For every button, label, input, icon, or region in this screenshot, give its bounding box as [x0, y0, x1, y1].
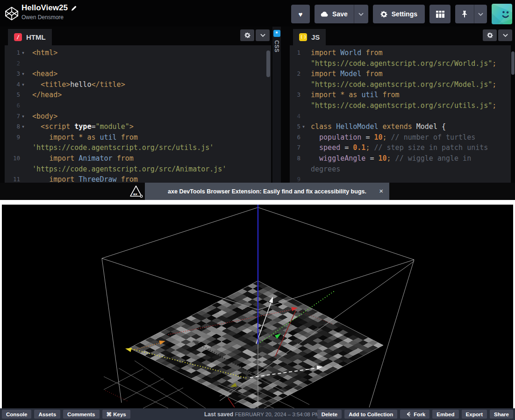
fold-caret-icon[interactable]: ▾ [20, 69, 26, 79]
footer-button-delete[interactable]: Delete [317, 410, 342, 419]
html-collapse-button[interactable] [256, 29, 270, 41]
pin-button[interactable] [455, 5, 474, 23]
edit-title-icon[interactable] [71, 5, 77, 11]
fold-caret-slot [20, 142, 26, 153]
code-line: 1import World from [290, 48, 511, 58]
code-line: 10 import Animator from [5, 153, 271, 164]
layout-button[interactable] [429, 5, 451, 23]
avatar[interactable] [492, 4, 512, 24]
code-line: "https://code.agentscript.org/src/World.… [290, 58, 511, 69]
love-button[interactable]: ♥ [291, 5, 310, 23]
js-icon: ( ) [299, 33, 307, 41]
cloud-icon [321, 11, 329, 17]
code-line: 4 [290, 111, 511, 122]
footer-button-keys[interactable]: ⌘ Keys [102, 410, 130, 419]
gear-icon [380, 11, 387, 18]
fold-caret-icon[interactable]: ▾ [20, 48, 26, 58]
fold-caret-slot [300, 58, 307, 69]
js-code-editor[interactable]: 1import World from"https://code.agentscr… [290, 45, 511, 183]
codepen-logo-icon[interactable] [5, 6, 19, 21]
settings-button[interactable]: Settings [373, 5, 425, 23]
code-line: 6 population = 10; // number of turtles [290, 132, 511, 143]
footer-button-add-to-collection[interactable]: Add to Collection [344, 410, 397, 419]
axe-notification-text: axe DevTools Browser Extension: Easily f… [168, 188, 366, 195]
js-collapse-button[interactable] [498, 29, 512, 41]
chevron-down-icon [503, 34, 508, 37]
fold-caret-icon[interactable]: ▾ [300, 121, 307, 132]
fold-caret-slot [20, 100, 26, 111]
fork-icon [404, 412, 411, 417]
fold-caret-icon[interactable]: ▾ [20, 121, 26, 132]
footer-button-assets[interactable]: Assets [34, 410, 60, 419]
css-tab-label: CSS [273, 40, 280, 52]
tab-html[interactable]: / HTML [8, 29, 52, 45]
footer-button-console[interactable]: Console [2, 410, 31, 419]
fold-caret-slot [20, 164, 26, 175]
header: HelloView25 Owen Densmore ♥ Save [0, 0, 515, 27]
preview-gap [0, 200, 515, 205]
code-line: 8 wiggleAngle = 10; // wiggle angle in [290, 153, 511, 164]
fold-caret-slot [300, 90, 307, 100]
settings-label: Settings [392, 10, 417, 18]
footer-button-label: Comments [67, 412, 95, 417]
3d-scene [2, 205, 513, 408]
footer-button-fork[interactable]: Fork [400, 410, 429, 419]
axe-notification-row: ax axe DevTools Browser Extension: Easil… [0, 183, 515, 200]
tab-css-collapsed[interactable]: * CSS [272, 27, 281, 183]
fold-caret-slot [300, 153, 307, 164]
code-line: 11 import ThreeDraw from [5, 174, 271, 183]
gear-icon [244, 32, 250, 38]
fold-caret-slot [300, 111, 307, 122]
html-panel: / HTML 1▾<html>23▾<head>4▾ <title>hello<… [0, 27, 271, 183]
footer-button-label: Export [466, 412, 483, 417]
tab-js[interactable]: ( ) JS [293, 29, 326, 45]
html-icon: / [14, 33, 22, 41]
code-line: 'https://code.agentscript.org/src/Animat… [5, 164, 271, 175]
code-line: 3▾<head> [5, 69, 271, 79]
fold-caret-icon[interactable]: ▾ [20, 79, 26, 90]
editor-strip: / HTML 1▾<html>23▾<head>4▾ <title>hello<… [0, 27, 515, 183]
last-saved-label: Last saved [204, 411, 233, 418]
fold-caret-slot [300, 164, 307, 175]
footer-button-share[interactable]: Share [490, 410, 513, 419]
fold-caret-slot [300, 69, 307, 79]
html-editor-scrollbar[interactable] [266, 50, 270, 77]
save-dropdown-button[interactable] [354, 5, 368, 23]
code-line: 2 [5, 58, 271, 69]
save-button[interactable]: Save [315, 5, 354, 23]
code-line: 1▾<html> [5, 48, 271, 58]
html-code-editor[interactable]: 1▾<html>23▾<head>4▾ <title>hello</title>… [5, 45, 271, 183]
js-settings-button[interactable] [483, 29, 497, 41]
axe-logo-icon: ax [129, 185, 143, 199]
chevron-down-icon [478, 13, 483, 16]
pin-button-group [455, 5, 487, 23]
js-tab-label: JS [311, 33, 320, 41]
fold-caret-slot [20, 174, 26, 183]
heart-icon: ♥ [299, 10, 303, 18]
code-line: degrees [290, 164, 511, 175]
fold-caret-icon[interactable]: ▾ [20, 111, 26, 122]
pen-title: HelloView25 [21, 3, 68, 13]
js-panel: ( ) JS 1import World from"https://code.a… [285, 27, 515, 183]
css-icon: * [273, 30, 280, 37]
code-line: 9 import * as util from [5, 132, 271, 143]
save-label: Save [332, 10, 348, 18]
preview-area [0, 205, 515, 408]
3d-world-canvas[interactable] [2, 205, 513, 408]
save-button-group: Save [315, 5, 368, 23]
js-editor-scrollbar[interactable] [511, 51, 515, 75]
fold-caret-slot [20, 58, 26, 69]
axe-notification-bar: axe DevTools Browser Extension: Easily f… [145, 183, 389, 200]
close-icon[interactable]: × [379, 186, 383, 196]
code-line: 2import Model from [290, 69, 511, 79]
footer-button-export[interactable]: Export [462, 410, 487, 419]
footer-button-label: Fork [414, 412, 425, 417]
code-line: 8▾ <script type="module"> [5, 121, 271, 132]
footer-button-embed[interactable]: Embed [432, 410, 458, 419]
code-line: 6 [5, 100, 271, 111]
pin-dropdown-button[interactable] [474, 5, 487, 23]
html-settings-button[interactable] [240, 29, 254, 41]
fold-caret-slot [300, 100, 307, 111]
fold-caret-slot [20, 90, 26, 100]
footer-button-comments[interactable]: Comments [63, 410, 99, 419]
